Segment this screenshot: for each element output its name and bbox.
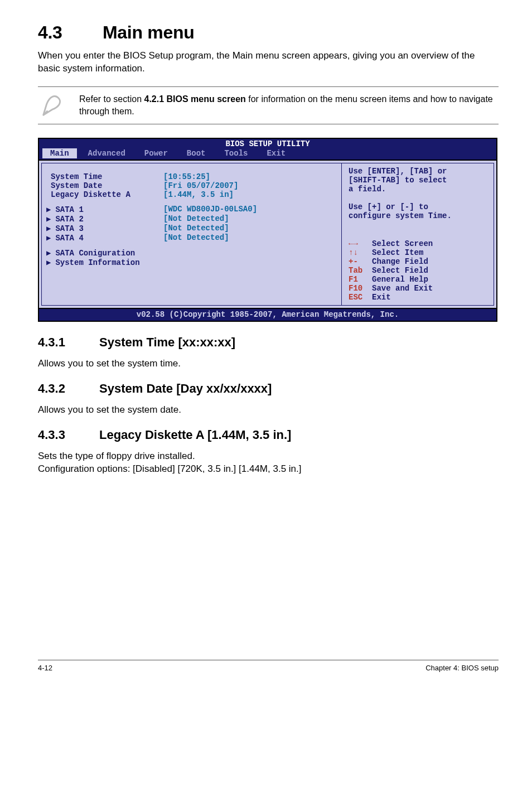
- section-number: 4.3.3: [38, 428, 99, 442]
- legend-sym: ESC: [349, 293, 372, 302]
- row-label: SATA 4: [55, 234, 83, 243]
- legend-text: Select Screen: [372, 239, 433, 248]
- intro-paragraph: When you enter the BIOS Setup program, t…: [38, 50, 499, 75]
- bios-row-system-info[interactable]: ▶ System Information: [46, 258, 337, 267]
- bios-row-system-date[interactable]: System Date [Fri 05/07/2007]: [46, 181, 337, 190]
- legend-sym: ←→: [349, 239, 372, 248]
- row-label: System Time: [51, 172, 102, 181]
- note-prefix: Refer to section: [79, 94, 144, 104]
- section-body-line: Sets the type of floppy drive installed.: [38, 451, 195, 461]
- row-value[interactable]: [10:55:25]: [163, 172, 337, 181]
- help-line: configure system Time.: [349, 211, 488, 220]
- legend-sym: Tab: [349, 266, 372, 275]
- legend-sym: ↑↓: [349, 248, 372, 257]
- bios-help-pane: Use [ENTER], [TAB] or [SHIFT-TAB] to sel…: [341, 163, 494, 306]
- bios-menu-power[interactable]: Power: [137, 148, 176, 158]
- triangle-right-icon: ▶: [46, 248, 51, 258]
- section-number: 4.3.2: [38, 381, 99, 396]
- footer-page-number: 4-12: [38, 664, 52, 672]
- row-value[interactable]: [1.44M, 3.5 in]: [163, 190, 337, 199]
- help-line: [SHIFT-TAB] to select: [349, 176, 488, 185]
- pencil-icon: [40, 93, 66, 118]
- triangle-right-icon: ▶: [46, 214, 51, 224]
- bios-row-sata1[interactable]: ▶ SATA 1 [WDC WD800JD-00LSA0]: [46, 205, 337, 214]
- footer-chapter: Chapter 4: BIOS setup: [425, 664, 499, 672]
- bios-menu-main[interactable]: Main: [42, 148, 77, 158]
- triangle-right-icon: ▶: [46, 258, 51, 267]
- section-heading-431: 4.3.1System Time [xx:xx:xx]: [38, 335, 499, 350]
- triangle-right-icon: ▶: [46, 233, 51, 243]
- legend-text: Change Field: [372, 257, 428, 266]
- row-value[interactable]: [Fri 05/07/2007]: [163, 181, 337, 190]
- section-title: System Time [xx:xx:xx]: [99, 335, 235, 349]
- section-title: Legacy Diskette A [1.44M, 3.5 in.]: [99, 428, 291, 442]
- legend-text: Select Item: [372, 248, 423, 257]
- triangle-right-icon: ▶: [46, 224, 51, 233]
- bios-panel: BIOS SETUP UTILITY Main Advanced Power B…: [38, 138, 497, 322]
- legend-text: Select Field: [372, 266, 428, 275]
- section-number: 4.3.1: [38, 335, 99, 350]
- bios-row-legacy-diskette[interactable]: Legacy Diskette A [1.44M, 3.5 in]: [46, 190, 337, 199]
- page-heading: 4.3Main menu: [38, 22, 499, 43]
- section-body-line: Configuration options: [Disabled] [720K,…: [38, 463, 302, 474]
- row-label: SATA 1: [55, 205, 83, 214]
- row-label: System Information: [55, 258, 139, 267]
- bios-row-system-time[interactable]: System Time [10:55:25]: [46, 172, 337, 181]
- note-text: Refer to section 4.2.1 BIOS menu screen …: [79, 93, 496, 117]
- help-line: Use [ENTER], [TAB] or: [349, 167, 488, 176]
- heading-number: 4.3: [38, 22, 103, 43]
- legend-sym: F10: [349, 284, 372, 293]
- bios-row-sata3[interactable]: ▶ SATA 3 [Not Detected]: [46, 224, 337, 233]
- section-body-432: Allows you to set the system date.: [38, 404, 499, 417]
- row-value: [Not Detected]: [163, 233, 337, 243]
- bios-left-pane: System Time [10:55:25] System Date [Fri …: [41, 163, 341, 306]
- legend-sym: +-: [349, 257, 372, 266]
- note-block: Refer to section 4.2.1 BIOS menu screen …: [38, 86, 499, 124]
- section-heading-432: 4.3.2System Date [Day xx/xx/xxxx]: [38, 381, 499, 396]
- note-bold: 4.2.1 BIOS menu screen: [144, 94, 246, 104]
- bios-menu-boot[interactable]: Boot: [179, 148, 214, 158]
- triangle-right-icon: ▶: [46, 205, 51, 214]
- bios-row-sata4[interactable]: ▶ SATA 4 [Not Detected]: [46, 233, 337, 243]
- bios-row-sata-config[interactable]: ▶ SATA Coniguration: [46, 248, 337, 258]
- row-label: SATA 3: [55, 224, 83, 233]
- row-value: [Not Detected]: [163, 224, 337, 233]
- bios-row-sata2[interactable]: ▶ SATA 2 [Not Detected]: [46, 214, 337, 224]
- page-footer: 4-12 Chapter 4: BIOS setup: [38, 660, 499, 672]
- help-line: Use [+] or [-] to: [349, 202, 488, 211]
- bios-menu-tools[interactable]: Tools: [216, 148, 255, 158]
- row-label: System Date: [51, 181, 102, 190]
- help-line: a field.: [349, 185, 488, 194]
- section-title: System Date [Day xx/xx/xxxx]: [99, 381, 272, 395]
- legend-text: Exit: [372, 293, 391, 302]
- bios-copyright: v02.58 (C)Copyright 1985-2007, American …: [39, 308, 496, 321]
- row-label: SATA Coniguration: [55, 249, 135, 258]
- row-value: [Not Detected]: [163, 214, 337, 224]
- heading-text: Main menu: [103, 22, 194, 42]
- row-label: SATA 2: [55, 215, 83, 224]
- bios-title: BIOS SETUP UTILITY: [39, 139, 496, 148]
- legend-sym: F1: [349, 275, 372, 284]
- section-body-433: Sets the type of floppy drive installed.…: [38, 450, 499, 476]
- row-label: Legacy Diskette A: [51, 190, 130, 199]
- legend-text: Save and Exit: [372, 284, 433, 293]
- row-value: [WDC WD800JD-00LSA0]: [163, 205, 337, 214]
- legend-text: General Help: [372, 275, 428, 284]
- bios-legend: ←→Select Screen ↑↓Select Item +-Change F…: [349, 239, 488, 302]
- bios-menu-exit[interactable]: Exit: [259, 148, 293, 158]
- section-body-431: Allows you to set the system time.: [38, 357, 499, 370]
- bios-menu-advanced[interactable]: Advanced: [80, 148, 133, 158]
- section-heading-433: 4.3.3Legacy Diskette A [1.44M, 3.5 in.]: [38, 428, 499, 442]
- bios-menubar[interactable]: Main Advanced Power Boot Tools Exit: [39, 148, 496, 160]
- bios-help-text: Use [ENTER], [TAB] or [SHIFT-TAB] to sel…: [349, 167, 488, 220]
